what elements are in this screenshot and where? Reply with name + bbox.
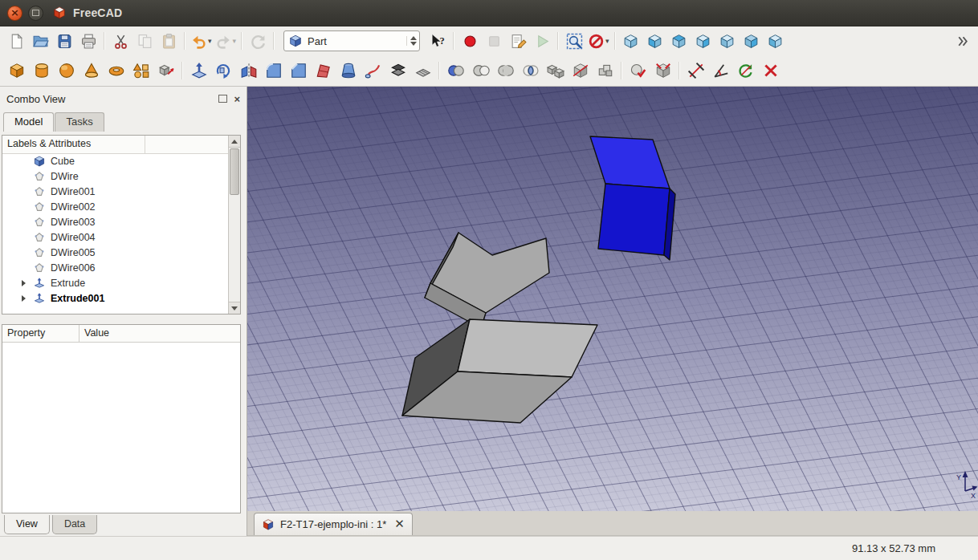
part-cylinder-button[interactable] xyxy=(29,58,54,83)
viewport-canvas[interactable]: Y X xyxy=(247,87,978,511)
part-cross-sections-button[interactable] xyxy=(410,58,435,83)
cut-button[interactable] xyxy=(108,30,132,52)
part-fillet-button[interactable] xyxy=(261,58,286,83)
save-document-button[interactable] xyxy=(52,30,76,52)
view-axonometric-button[interactable] xyxy=(619,30,643,52)
part-section-button[interactable] xyxy=(385,58,410,83)
part-shapebuilder-icon xyxy=(157,62,175,79)
part-union-button[interactable] xyxy=(493,58,518,83)
part-shape-builder-button[interactable] xyxy=(153,58,178,83)
part-cross-sections-icon xyxy=(414,62,432,79)
zoom-fit-all-button[interactable] xyxy=(562,30,586,52)
dwire-icon xyxy=(33,246,47,259)
window-close-button[interactable]: × xyxy=(7,6,22,21)
tab-tasks[interactable]: Tasks xyxy=(55,112,104,132)
macro-record-button[interactable] xyxy=(458,30,482,52)
expander-icon[interactable] xyxy=(22,295,33,302)
view-front-button[interactable] xyxy=(643,30,667,52)
open-document-button[interactable] xyxy=(28,30,52,52)
part-primitives-button[interactable] xyxy=(128,58,153,83)
dropdown-arrow-icon: ▾ xyxy=(208,37,212,45)
macro-stop-button[interactable] xyxy=(482,30,506,52)
part-split-button[interactable] xyxy=(568,58,593,83)
scrollbar-thumb[interactable] xyxy=(230,148,239,195)
part-check-geometry-button[interactable] xyxy=(626,58,650,83)
refresh-button[interactable] xyxy=(246,30,270,52)
part-intersection-button[interactable] xyxy=(518,58,543,83)
part-compound-button[interactable] xyxy=(593,58,617,83)
toolbar-separator xyxy=(621,62,622,79)
tree-item-extrude001[interactable]: Extrude001 xyxy=(2,290,229,306)
view-bottom-button[interactable] xyxy=(740,30,764,52)
workbench-selector[interactable]: Part xyxy=(283,30,420,51)
expander-icon[interactable] xyxy=(22,280,33,286)
view-rear-button[interactable] xyxy=(715,30,740,52)
cube-top-icon xyxy=(670,33,687,50)
svg-text:Y: Y xyxy=(956,473,961,481)
tree-item-dwire002[interactable]: DWire002 xyxy=(2,199,229,214)
redo-button[interactable]: ▾ xyxy=(214,30,238,52)
macro-play-button[interactable] xyxy=(530,30,554,52)
view-left-button[interactable] xyxy=(764,30,788,52)
view-top-button[interactable] xyxy=(667,30,691,52)
view-right-button[interactable] xyxy=(691,30,715,52)
tab-data[interactable]: Data xyxy=(52,515,97,534)
tree-item-dwire001[interactable]: DWire001 xyxy=(2,184,229,199)
toolbar-overflow-button[interactable] xyxy=(950,30,974,52)
part-mirror-icon xyxy=(240,62,258,79)
part-loft-button[interactable] xyxy=(336,58,361,83)
measure-clear-all-button[interactable] xyxy=(758,58,783,83)
part-join-connect-button[interactable] xyxy=(543,58,568,83)
paste-button[interactable] xyxy=(157,30,181,52)
print-document-button[interactable] xyxy=(76,30,100,52)
part-ruled-surface-button[interactable] xyxy=(311,58,336,83)
spinner-arrows-icon[interactable] xyxy=(406,36,417,46)
3d-viewport[interactable]: Y X xyxy=(247,87,978,511)
window-unmaximize-button[interactable] xyxy=(28,6,43,21)
document-tab-close-button[interactable]: ✕ xyxy=(394,518,405,530)
tree-item-dwire[interactable]: DWire xyxy=(2,168,229,184)
part-sweep-button[interactable] xyxy=(361,58,385,83)
document-tab[interactable]: F2-T17-ejemplo-ini : 1* ✕ xyxy=(254,513,413,535)
panel-float-button[interactable] xyxy=(218,95,227,103)
cube-front-icon xyxy=(646,33,663,50)
model-tree: Labels & Attributes CubeDWireDWire001DWi… xyxy=(2,135,241,314)
part-chamfer-button[interactable] xyxy=(286,58,311,83)
measure-angular-button[interactable] xyxy=(708,58,733,83)
tab-view[interactable]: View xyxy=(4,515,50,534)
undo-button[interactable]: ▾ xyxy=(189,30,214,52)
redo-icon xyxy=(215,33,232,50)
macro-edit-button[interactable] xyxy=(506,30,530,52)
part-torus-button[interactable] xyxy=(104,58,128,83)
part-revolve-button[interactable] xyxy=(211,58,236,83)
tree-item-dwire005[interactable]: DWire005 xyxy=(2,245,229,260)
tree-item-dwire004[interactable]: DWire004 xyxy=(2,229,229,245)
tree-item-dwire003[interactable]: DWire003 xyxy=(2,214,229,229)
draw-style-button[interactable]: ▾ xyxy=(586,30,611,52)
part-cone-icon xyxy=(83,62,100,79)
panel-close-button[interactable]: × xyxy=(234,94,240,104)
tree-item-extrude[interactable]: Extrude xyxy=(2,275,229,290)
new-document-button[interactable] xyxy=(4,30,28,52)
part-extrude-button[interactable] xyxy=(186,58,211,83)
part-cone-button[interactable] xyxy=(79,58,104,83)
part-box-button[interactable] xyxy=(4,58,29,83)
tree-scrollbar[interactable] xyxy=(228,136,240,314)
measure-linear-button[interactable] xyxy=(683,58,708,83)
part-sphere-button[interactable] xyxy=(54,58,79,83)
part-mirror-button[interactable] xyxy=(236,58,261,83)
copy-button[interactable] xyxy=(132,30,157,52)
tab-model[interactable]: Model xyxy=(3,112,54,132)
freecad-logo-icon xyxy=(52,6,67,20)
whats-this-button[interactable]: ? xyxy=(426,30,450,52)
part-cut-button[interactable] xyxy=(468,58,493,83)
tree-item-cube[interactable]: Cube xyxy=(2,153,229,168)
scroll-down-button[interactable] xyxy=(229,302,240,314)
part-boolean-button[interactable] xyxy=(443,58,468,83)
part-defeaturing-button[interactable] xyxy=(650,58,675,83)
toolbar-separator xyxy=(273,32,275,50)
tree-item-dwire006[interactable]: DWire006 xyxy=(2,260,229,275)
scroll-up-button[interactable] xyxy=(229,136,240,148)
save-icon xyxy=(56,33,73,50)
measure-refresh-button[interactable] xyxy=(733,58,758,83)
